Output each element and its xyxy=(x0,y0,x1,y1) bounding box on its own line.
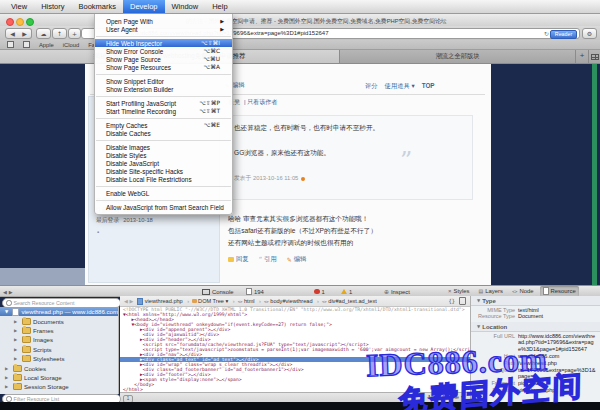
breadcrumb-item[interactable]: html xyxy=(238,298,264,304)
reply-action-link[interactable]: 编辑 xyxy=(287,255,307,264)
breadcrumb-label: viewthread.php xyxy=(145,298,183,304)
develop-menu-item[interactable]: Hide Web Inspector ⌥⇧⌘I xyxy=(95,39,232,47)
menubar-item[interactable]: Bookmarks xyxy=(71,0,123,13)
develop-menu-item[interactable]: Show Error Console ⌥⌘C xyxy=(95,47,232,55)
develop-menu-item[interactable] xyxy=(96,186,231,187)
new-tab-toolbar-button[interactable]: + xyxy=(68,28,81,39)
type-section-header[interactable]: ▼ Type xyxy=(471,296,600,306)
resource-tree-row[interactable]: ▶ Session Storage xyxy=(0,382,118,391)
develop-menu-item[interactable]: Disable JavaScript xyxy=(95,159,232,167)
develop-menu-item[interactable]: Show Extension Builder xyxy=(95,85,232,93)
bookmark-list-icon[interactable] xyxy=(23,41,30,48)
detail-row: MIME Type text/html xyxy=(471,307,600,314)
share-button[interactable]: ↑ xyxy=(52,28,67,39)
new-tab-button[interactable]: + xyxy=(576,50,589,63)
detail-sidebar-tab[interactable]: Resource xyxy=(540,286,579,297)
develop-menu-item[interactable]: Disable Caches xyxy=(95,129,232,137)
breadcrumb-item[interactable]: div#ad_text.ad_text xyxy=(322,298,377,304)
develop-menu-item[interactable] xyxy=(96,200,231,201)
disclosure-triangle-icon[interactable]: ▶ xyxy=(5,384,10,389)
minimize-window-button[interactable] xyxy=(16,18,24,26)
resource-tree-row[interactable]: ▶ Scripts xyxy=(0,345,118,354)
inspector-forward-icon[interactable]: ▶ xyxy=(9,289,13,295)
top-link[interactable]: TOP xyxy=(422,82,435,91)
develop-menu-item[interactable]: Disable Local File Restrictions xyxy=(95,175,232,183)
resource-tree-row[interactable]: ▶ Images xyxy=(0,335,118,344)
reply-action-link[interactable]: 引用 xyxy=(259,255,277,264)
develop-menu-item[interactable]: Enable WebGL xyxy=(95,189,232,197)
icloud-tabs-button[interactable]: ☁ xyxy=(36,28,51,39)
disclosure-triangle-icon[interactable]: ▶ xyxy=(14,328,19,333)
resource-tree-row[interactable]: ▶ Local Storage xyxy=(0,373,118,382)
develop-menu-item[interactable]: Allow JavaScript from Smart Search Field xyxy=(95,203,232,211)
develop-menu-item[interactable]: Start Timeline Recording ⌥⇧⌘T xyxy=(95,107,232,115)
permalink-icon[interactable] xyxy=(301,177,305,181)
menu-item-label: Disable JavaScript xyxy=(106,160,220,167)
menubar-item[interactable]: Develop xyxy=(123,0,165,13)
inspector-back-icon[interactable]: ◀ xyxy=(3,289,7,295)
only-author-link[interactable]: | 只看该作者 xyxy=(244,98,277,107)
menubar-item[interactable]: Window xyxy=(165,0,206,13)
develop-menu-item[interactable] xyxy=(96,74,231,75)
crumb-nav-icons[interactable]: ◀ ▶ xyxy=(124,298,133,304)
disclosure-triangle-icon[interactable]: ▶ xyxy=(14,356,19,361)
bookmark-grid-icon[interactable] xyxy=(7,41,14,48)
zoom-window-button[interactable] xyxy=(26,18,34,26)
breadcrumb-item[interactable]: viewthread.php xyxy=(137,298,192,305)
reply-action-link[interactable]: 回复 xyxy=(228,255,249,264)
develop-menu-item[interactable]: Start Profiling JavaScript ⌥⇧⌘P xyxy=(95,99,232,107)
location-section-header[interactable]: ▼ Location xyxy=(471,322,600,332)
tab-inactive[interactable]: 潮流之全部版块 xyxy=(340,50,576,63)
menubar-item[interactable]: History xyxy=(34,0,71,13)
detail-sidebar-tab[interactable]: Layers xyxy=(476,286,506,297)
bookmark-item[interactable]: Apple xyxy=(39,42,54,48)
forward-button[interactable]: ▶ xyxy=(18,28,32,39)
develop-menu-item[interactable]: Disable Styles xyxy=(95,151,232,159)
trash-icon[interactable] xyxy=(459,297,466,305)
develop-menu-item[interactable] xyxy=(96,96,231,97)
detail-sidebar-tab[interactable]: Node xyxy=(509,286,537,297)
breadcrumb: viewthread.php DOM Tree ▾ html body#view… xyxy=(137,298,377,305)
detail-sidebar-tab[interactable]: Styles xyxy=(445,286,473,297)
post-meta-row: 板凳 | 只看该作者 xyxy=(228,98,277,107)
menu-item-label: User Agent xyxy=(106,26,216,33)
show-all-tabs-button[interactable] xyxy=(589,50,600,63)
develop-menu-item[interactable] xyxy=(96,36,231,37)
menubar-item[interactable]: Help xyxy=(205,0,234,13)
downloads-gear-button[interactable]: ⚙ xyxy=(582,28,597,39)
pretty-print-icon[interactable]: {} xyxy=(448,298,455,304)
develop-menu-item[interactable] xyxy=(96,118,231,119)
closing-quote-icon: ” xyxy=(400,151,412,171)
resource-tree-row[interactable]: ▶ Frames xyxy=(0,326,118,335)
resource-tree-row[interactable]: ▶ Cookies xyxy=(0,363,118,372)
breadcrumb-item[interactable]: body#viewthread xyxy=(264,298,322,304)
develop-menu-item[interactable]: Disable Images xyxy=(95,143,232,151)
develop-menu-item[interactable]: Disable Site-specific Hacks xyxy=(95,167,232,175)
resource-tree-row[interactable]: ▶ Documents xyxy=(0,316,118,325)
disclosure-triangle-icon[interactable]: ▶ xyxy=(5,366,10,371)
disclosure-triangle-icon[interactable]: ▶ xyxy=(14,337,19,342)
develop-menu-item[interactable]: User Agent ▶ xyxy=(95,25,232,33)
disclosure-triangle-icon[interactable]: ▶ xyxy=(5,375,10,380)
develop-menu-item[interactable]: Open Page With ▶ xyxy=(95,17,232,25)
inspector-nav-arrows[interactable]: ◀ ▶ xyxy=(3,286,13,297)
bookmark-item[interactable]: iCloud xyxy=(63,42,79,48)
close-window-button[interactable] xyxy=(6,18,14,26)
tools-link[interactable]: 使用道具 ▾ xyxy=(385,82,415,91)
reader-button[interactable]: Reader xyxy=(550,30,577,39)
resource-tree-row[interactable]: ▼ viewthread.php — www.idc886.com xyxy=(0,307,118,316)
menubar-item[interactable]: View xyxy=(4,0,34,13)
breadcrumb-item[interactable]: DOM Tree ▾ xyxy=(192,298,238,304)
disclosure-triangle-icon[interactable]: ▶ xyxy=(14,347,19,352)
develop-menu-item[interactable]: Show Snippet Editor xyxy=(95,77,232,85)
score-link[interactable]: 评分 xyxy=(365,82,378,91)
develop-menu-item[interactable]: Show Page Resources ⌥⌘A xyxy=(95,63,232,71)
resource-tree-row[interactable]: ▶ Stylesheets xyxy=(0,354,118,363)
reload-icon[interactable]: ↻ xyxy=(544,30,549,37)
develop-menu-item[interactable]: Show Page Source ⌥⌘U xyxy=(95,55,232,63)
section-disclosure-icon: ▼ xyxy=(477,324,480,329)
develop-menu-item[interactable] xyxy=(96,140,231,141)
develop-menu-item[interactable]: Empty Caches ⌥⌘E xyxy=(95,121,232,129)
disclosure-triangle-icon[interactable]: ▼ xyxy=(5,309,10,314)
disclosure-triangle-icon[interactable]: ▶ xyxy=(14,319,19,324)
